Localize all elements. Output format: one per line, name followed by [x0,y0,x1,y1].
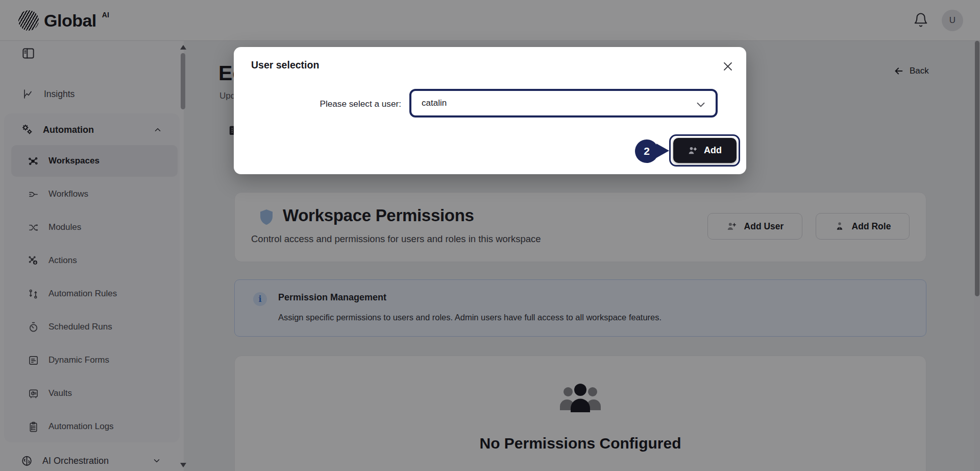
close-icon[interactable] [720,58,736,75]
selected-user-value: catalin [411,98,447,108]
app-root: Global AI U Insights [0,0,980,471]
user-select-dropdown[interactable]: catalin [409,89,718,117]
step-number: 2 [644,145,650,157]
modal-title: User selection [251,59,319,71]
add-button-highlight-outline: Add [669,134,740,167]
user-selection-modal: User selection Please select a user: cat… [234,47,746,174]
chevron-down-icon [694,98,707,111]
user-plus-icon [688,146,698,156]
button-label: Add [704,145,722,156]
add-button[interactable]: Add [673,138,737,163]
step-2-annotation-badge: 2 [635,139,658,163]
select-user-label: Please select a user: [234,99,401,109]
